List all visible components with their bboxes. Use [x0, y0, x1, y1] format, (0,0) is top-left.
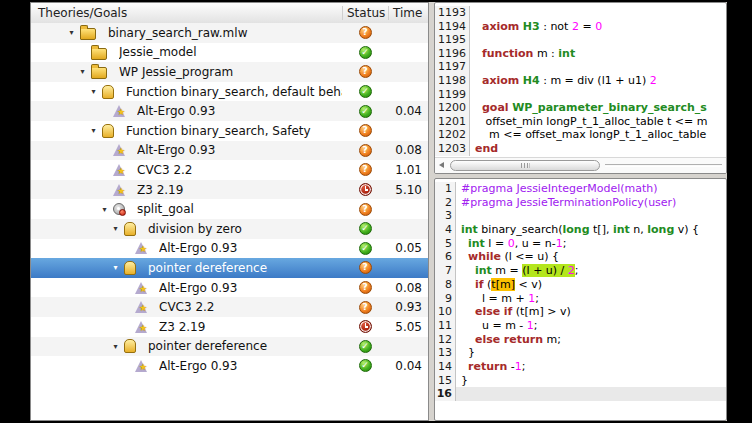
line-number: 1201: [435, 115, 470, 129]
line-content: return -1;: [456, 360, 726, 374]
code-token: -: [507, 360, 514, 373]
line-content: while (l <= u) {: [456, 250, 726, 264]
prover-icon: [113, 184, 125, 196]
expander-arrow-icon[interactable]: [65, 28, 78, 37]
expander-arrow-icon[interactable]: [109, 224, 122, 233]
code-token: [475, 20, 482, 33]
line-content: int l = 0, u = n-1;: [456, 237, 726, 251]
tree-row[interactable]: pointer dereference: [31, 337, 428, 357]
tree-row-label: Alt-Ergo 0.93: [159, 359, 342, 373]
tree-row[interactable]: Z3 2.195.05: [31, 317, 428, 337]
tree-row-label: Function binary_search, default behavior: [126, 85, 342, 99]
code-token: t[],: [590, 223, 613, 236]
tree-row[interactable]: Function binary_search, default behavior: [31, 82, 428, 102]
code-line: 1194 axiom H3 : not 2 = 0: [435, 20, 726, 34]
transf-icon: [113, 203, 125, 215]
code-line: 1198 axiom H4 : m = div (l1 + u1) 2: [435, 74, 726, 88]
code-token: ;: [535, 292, 539, 305]
expander-arrow-icon[interactable]: [109, 342, 122, 351]
source-code-view[interactable]: 1#pragma JessieIntegerModel(math)2#pragm…: [435, 179, 726, 401]
prover-icon: [113, 164, 125, 176]
code-line: 7 int m = (l + u) / 2;: [435, 264, 726, 278]
line-content: m <= offset_max longP_t_1_alloc_table: [470, 128, 726, 142]
code-line: 2#pragma JessieTerminationPolicy(user): [435, 196, 726, 210]
tree-row[interactable]: pointer dereference: [31, 258, 428, 278]
task-code-view[interactable]: 11931194 axiom H3 : not 2 = 011951196 fu…: [435, 3, 726, 156]
tree-row[interactable]: division by zero: [31, 219, 428, 239]
code-line: 1#pragma JessieIntegerModel(math): [435, 182, 726, 196]
line-content: else if (t[m] > v): [456, 305, 726, 319]
code-token: H3: [523, 20, 540, 33]
code-token: 2: [572, 20, 579, 33]
column-header-theories-goals[interactable]: Theories/Goals: [31, 6, 342, 20]
expander-arrow-icon[interactable]: [87, 126, 100, 135]
code-token: [461, 237, 468, 250]
tree-row[interactable]: CVC3 2.21.01: [31, 160, 428, 180]
code-token: =: [579, 20, 595, 33]
tree-row[interactable]: Alt-Ergo 0.930.04: [31, 101, 428, 121]
code-token: [461, 305, 475, 318]
code-token: ;: [563, 237, 567, 250]
expander-arrow-icon[interactable]: [98, 205, 111, 214]
column-header-status[interactable]: Status: [342, 6, 388, 20]
code-token: int: [558, 47, 575, 60]
line-number: 1203: [435, 142, 470, 156]
line-content: axiom H4 : m = div (l1 + u1) 2: [470, 74, 726, 88]
code-line: 1203end: [435, 142, 726, 156]
scrollbar-track[interactable]: [605, 164, 722, 167]
line-number: 12: [435, 333, 456, 347]
why3-ide-window: Theories/Goals Status Time binary_search…: [30, 2, 727, 421]
tree-row[interactable]: Alt-Ergo 0.930.04: [31, 356, 428, 376]
green-check-status-icon: [359, 105, 372, 118]
line-number: 2: [435, 196, 456, 210]
code-token: int: [468, 237, 485, 250]
status-cell: [342, 359, 388, 372]
tree-row[interactable]: CVC3 2.20.93: [31, 297, 428, 317]
scroll-left-arrow-icon[interactable]: [439, 162, 444, 168]
tree-row-label: Alt-Ergo 0.93: [137, 143, 342, 157]
expander-arrow-icon[interactable]: [87, 87, 100, 96]
code-token: function: [482, 47, 533, 60]
time-value: 0.08: [388, 143, 428, 157]
prover-icon: [113, 144, 125, 156]
tree-row[interactable]: WP Jessie_program: [31, 62, 428, 82]
tree-row[interactable]: Function binary_search, Safety: [31, 121, 428, 141]
code-token: ;: [575, 264, 579, 277]
task-view-panel: 11931194 axiom H3 : not 2 = 011951196 fu…: [434, 2, 727, 174]
code-line: 5 int l = 0, u = n-1;: [435, 237, 726, 251]
code-token: WP_parameter_binary_search_s: [512, 101, 707, 114]
code-token: [461, 264, 475, 277]
code-token: 1: [527, 319, 534, 332]
tree-row[interactable]: Jessie_model: [31, 43, 428, 63]
tree-row-label: division by zero: [148, 222, 342, 236]
theory-icon: [124, 339, 136, 353]
tree-row[interactable]: Alt-Ergo 0.930.08: [31, 141, 428, 161]
status-cell: [342, 222, 388, 235]
scrollbar-thumb[interactable]: [450, 160, 600, 171]
code-token: (l <= u) {: [501, 250, 559, 263]
tree-row[interactable]: split_goal: [31, 199, 428, 219]
tree-row[interactable]: binary_search_raw.mlw: [31, 23, 428, 43]
red-clock-status-icon: [359, 320, 372, 333]
tree-row[interactable]: Alt-Ergo 0.930.05: [31, 239, 428, 259]
tree-row[interactable]: Alt-Ergo 0.930.08: [31, 278, 428, 298]
green-check-status-icon: [359, 46, 372, 59]
source-view-panel: 1#pragma JessieIntegerModel(math)2#pragm…: [434, 178, 727, 421]
status-cell: [342, 105, 388, 118]
line-content: else return m;: [456, 333, 726, 347]
code-line: 4int binary_search(long t[], int n, long…: [435, 223, 726, 237]
status-cell: [342, 203, 388, 216]
status-cell: [342, 124, 388, 137]
status-cell: [342, 144, 388, 157]
line-number: 4: [435, 223, 456, 237]
expander-arrow-icon[interactable]: [109, 263, 122, 272]
tree-row[interactable]: Z3 2.195.10: [31, 180, 428, 200]
column-header-time[interactable]: Time: [388, 6, 428, 20]
expander-arrow-icon[interactable]: [76, 67, 89, 76]
tree-row-label: WP Jessie_program: [119, 65, 342, 79]
code-line: 1199: [435, 88, 726, 102]
code-line: 1200 goal WP_parameter_binary_search_s: [435, 101, 726, 115]
line-content: [470, 60, 726, 74]
tree-row-label: CVC3 2.2: [159, 300, 342, 314]
line-content: function m : int: [470, 47, 726, 61]
